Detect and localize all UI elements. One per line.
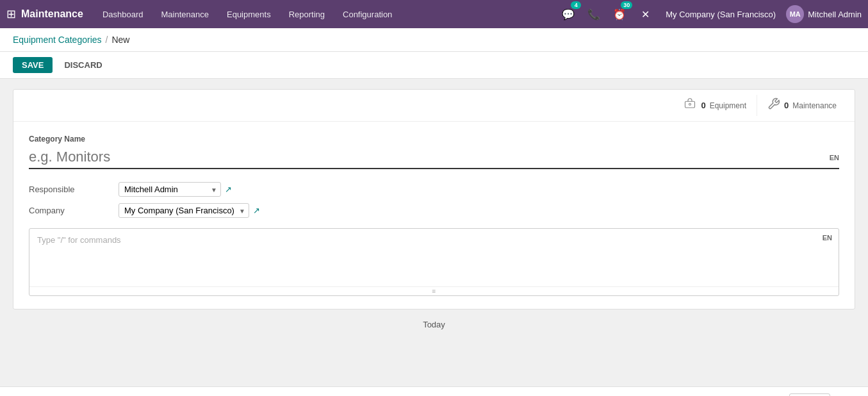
svg-rect-0 [685,101,695,108]
form-card: 0 Equipment 0 Maintenance Category Name … [13,89,855,309]
wrench-icon [767,97,780,113]
responsible-external-link-icon[interactable]: ↗ [225,185,232,194]
topnav: ⊞ Maintenance Dashboard Maintenance Equi… [0,0,868,28]
save-button[interactable]: SAVE [13,57,53,73]
company-external-link-icon[interactable]: ↗ [253,206,260,215]
action-bar: SAVE DISCARD [0,52,868,79]
category-name-section: Category Name EN [29,135,839,169]
app-title: Maintenance [21,8,83,20]
log-note-button[interactable]: Log note [81,393,127,396]
phone-icon: 📞 [587,8,600,21]
today-label: Today [13,315,855,334]
app-logo[interactable]: ⊞ Maintenance [6,7,83,21]
avatar: MA [786,5,804,23]
topnav-right-section: 💬 4 📞 ⏰ 30 ✕ My Company (San Francisco) … [558,4,862,24]
nav-item-maintenance[interactable]: Maintenance [152,0,218,28]
nav-item-dashboard[interactable]: Dashboard [94,0,152,28]
main-content: 0 Equipment 0 Maintenance Category Name … [0,79,868,386]
resize-handle-icon: ≡ [432,288,436,295]
breadcrumb: Equipment Categories / New [0,28,868,52]
user-name: Mitchell Admin [808,10,862,19]
equipment-stat-btn[interactable]: 0 Equipment [673,95,757,116]
category-name-lang-badge: EN [830,154,839,161]
company-select-wrapper: My Company (San Francisco) ▼ ↗ [119,203,260,218]
svg-point-1 [689,103,691,105]
send-message-button[interactable]: Send message [13,393,81,396]
maintenance-count: 0 [784,101,789,110]
rich-text-lang-badge: EN [823,234,832,242]
timer-icon-btn[interactable]: ⏰ 30 [609,4,630,24]
rich-text-placeholder: Type "/" for commands [37,235,121,245]
company-label: My Company (San Francisco) [666,10,776,19]
maintenance-label: Maintenance [792,101,837,110]
breadcrumb-current: New [111,35,129,45]
grid-icon: ⊞ [6,7,16,21]
category-name-label: Category Name [29,135,839,144]
phone-icon-btn[interactable]: 📞 [584,4,604,24]
company-field-row: Company My Company (San Francisco) ▼ ↗ [29,203,839,218]
close-icon: ✕ [641,8,650,21]
equipment-count: 0 [701,101,705,110]
category-name-input[interactable] [29,146,839,169]
chat-badge: 4 [571,1,581,9]
company-select[interactable]: My Company (San Francisco) [119,203,249,218]
form-body: Category Name EN Responsible Mitchell Ad… [13,122,855,309]
timer-icon: ⏰ [613,8,626,21]
close-icon-btn[interactable]: ✕ [635,4,655,24]
breadcrumb-parent-link[interactable]: Equipment Categories [13,35,102,45]
equipment-label: Equipment [710,101,746,110]
nav-item-reporting[interactable]: Reporting [280,0,334,28]
breadcrumb-separator: / [106,35,108,45]
nav-item-configuration[interactable]: Configuration [334,0,401,28]
maintenance-stat-btn[interactable]: 0 Maintenance [757,95,847,116]
responsible-label: Responsible [29,185,119,194]
nav-menu: Dashboard Maintenance Equipments Reporti… [94,0,558,28]
chatter-bar: Send message Log note 📎 0 Follow 👤 0 [0,386,868,396]
rich-text-resize-handle[interactable]: ≡ [29,286,839,295]
chatter-right: 📎 0 Follow 👤 0 [764,393,855,396]
company-label: Company [29,206,119,215]
stat-bar: 0 Equipment 0 Maintenance [13,90,855,122]
responsible-select-wrapper: Mitchell Admin ▼ ↗ [119,182,232,197]
equipment-icon [683,98,697,113]
discard-button[interactable]: DISCARD [58,57,108,73]
responsible-select[interactable]: Mitchell Admin [119,182,221,197]
chat-icon-btn[interactable]: 💬 4 [558,4,578,24]
chat-icon: 💬 [562,8,575,21]
follow-button[interactable]: Follow [789,393,830,396]
timer-badge: 30 [621,1,632,9]
responsible-field-row: Responsible Mitchell Admin ▼ ↗ [29,182,839,197]
nav-item-equipments[interactable]: Equipments [218,0,280,28]
user-avatar-btn[interactable]: MA Mitchell Admin [786,5,862,23]
rich-text-inner[interactable]: Type "/" for commands [29,229,839,286]
rich-text-area[interactable]: Type "/" for commands EN ≡ [29,228,839,296]
